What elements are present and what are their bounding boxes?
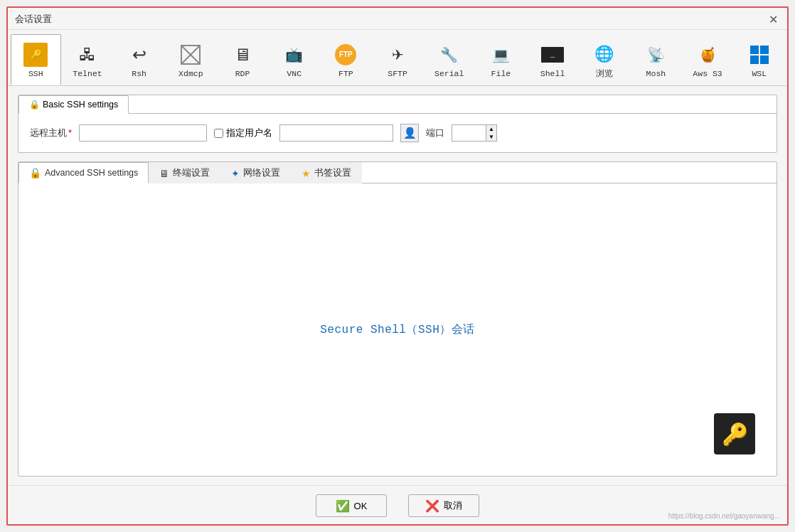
username-checkbox-label[interactable]: 指定用户名	[214, 127, 272, 139]
port-label: 端口	[426, 127, 444, 139]
protocol-tab-awss3[interactable]: 🍯 Aws S3	[683, 34, 733, 85]
protocol-tab-wsl[interactable]: WSL	[734, 34, 784, 85]
browse-icon: 🌐	[592, 41, 617, 67]
key-icon-box: 🔑	[714, 413, 755, 454]
svg-rect-4	[760, 46, 769, 54]
sftp-icon: ✈	[385, 42, 410, 68]
network-tab[interactable]: ✦ 网络设置	[220, 162, 291, 183]
ssh-description: Secure Shell（SSH）会话	[320, 322, 475, 337]
xdmcp-icon	[178, 42, 203, 68]
protocol-tab-ftp[interactable]: FTP FTP	[321, 34, 371, 85]
protocol-tab-file[interactable]: 💻 File	[476, 34, 526, 85]
basic-settings-body: 远程主机* 指定用户名 👤 端口 22 ▲ ▼	[18, 113, 777, 152]
key-icon: 🔑	[722, 422, 748, 447]
basic-form-row: 远程主机* 指定用户名 👤 端口 22 ▲ ▼	[30, 124, 765, 142]
protocol-tab-browse[interactable]: 🌐 浏览	[579, 34, 629, 85]
title-bar: 会话设置 ✕	[8, 8, 787, 30]
terminal-tab[interactable]: 🖥 终端设置	[149, 162, 220, 183]
main-content: 🔒 Basic SSH settings 远程主机* 指定用户名 👤	[8, 86, 787, 485]
telnet-icon: 🖧	[75, 42, 100, 68]
advanced-tab-row: 🔒 Advanced SSH settings 🖥 终端设置 ✦ 网络设置 ★ …	[18, 162, 777, 183]
protocol-label-browse: 浏览	[596, 68, 613, 79]
protocol-label-serial: Serial	[434, 69, 464, 78]
cancel-icon: ❌	[425, 499, 439, 513]
protocol-label-mosh: Mosh	[646, 69, 666, 78]
ok-button[interactable]: ✅ OK	[316, 494, 387, 517]
user-icon-button[interactable]: 👤	[400, 124, 419, 142]
protocol-label-awss3: Aws S3	[693, 69, 722, 78]
shell-icon: _	[540, 42, 565, 68]
network-icon: ✦	[231, 168, 240, 179]
ok-label: OK	[354, 501, 368, 511]
protocol-bar: 🔑 SSH 🖧 Telnet ↩ Rsh Xdmcp	[8, 30, 787, 86]
svg-rect-3	[750, 46, 759, 54]
protocol-label-rsh: Rsh	[132, 69, 146, 78]
advanced-ssh-icon: 🔒	[29, 167, 41, 179]
protocol-label-xdmcp: Xdmcp	[178, 69, 203, 78]
protocol-label-ssh: SSH	[28, 69, 43, 78]
port-input[interactable]: 22	[452, 124, 486, 142]
port-input-wrap: 22 ▲ ▼	[452, 124, 497, 142]
required-star: *	[68, 127, 72, 138]
protocol-label-shell: Shell	[540, 69, 565, 78]
close-button[interactable]: ✕	[766, 12, 780, 26]
protocol-tab-serial[interactable]: 🔧 Serial	[424, 34, 474, 85]
mosh-icon: 📡	[643, 42, 668, 68]
advanced-content: Secure Shell（SSH）会话 🔑	[18, 183, 777, 476]
awss3-icon: 🍯	[695, 42, 720, 68]
port-spin-down[interactable]: ▼	[486, 133, 496, 141]
advanced-ssh-tab[interactable]: 🔒 Advanced SSH settings	[18, 162, 149, 183]
cancel-button[interactable]: ❌ 取消	[408, 494, 479, 517]
protocol-tab-shell[interactable]: _ Shell	[528, 34, 578, 85]
username-input[interactable]	[279, 124, 393, 142]
rdp-icon: 🖥	[230, 42, 255, 68]
bookmark-icon: ★	[302, 168, 311, 179]
watermark: https://blog.csdn.net/gaoyanwang...	[668, 512, 780, 520]
wsl-icon	[747, 42, 772, 68]
basic-tab-row: 🔒 Basic SSH settings	[18, 95, 777, 113]
protocol-label-telnet: Telnet	[73, 69, 102, 78]
serial-icon: 🔧	[437, 42, 462, 68]
protocol-label-wsl: WSL	[752, 69, 767, 78]
advanced-panel: 🔒 Advanced SSH settings 🖥 终端设置 ✦ 网络设置 ★ …	[18, 161, 777, 477]
dialog-window: 会话设置 ✕ 🔑 SSH 🖧 Telnet ↩ Rsh	[6, 6, 789, 526]
protocol-tab-rdp[interactable]: 🖥 RDP	[218, 34, 268, 85]
terminal-icon: 🖥	[159, 168, 169, 179]
protocol-label-rdp: RDP	[235, 69, 250, 78]
svg-rect-6	[760, 55, 769, 64]
username-checkbox[interactable]	[214, 129, 223, 138]
ssh-icon: 🔑	[23, 42, 48, 68]
port-spin-up[interactable]: ▲	[486, 125, 496, 133]
cancel-label: 取消	[444, 499, 462, 512]
protocol-label-file: File	[491, 69, 511, 78]
rsh-icon: ↩	[127, 42, 152, 68]
port-spinner: ▲ ▼	[486, 124, 497, 142]
host-input[interactable]	[79, 124, 207, 142]
protocol-tab-xdmcp[interactable]: Xdmcp	[166, 34, 216, 85]
svg-rect-5	[750, 55, 759, 64]
file-icon: 💻	[488, 42, 513, 68]
ftp-icon: FTP	[333, 42, 358, 68]
protocol-label-ftp: FTP	[338, 69, 353, 78]
basic-settings-tab[interactable]: 🔒 Basic SSH settings	[18, 95, 129, 114]
protocol-label-sftp: SFTP	[388, 69, 407, 78]
protocol-tab-mosh[interactable]: 📡 Mosh	[631, 34, 681, 85]
protocol-tab-vnc[interactable]: 📺 VNC	[269, 34, 319, 85]
basic-settings-panel: 🔒 Basic SSH settings 远程主机* 指定用户名 👤	[18, 95, 777, 153]
vnc-icon: 📺	[282, 42, 307, 68]
protocol-tab-ssh[interactable]: 🔑 SSH	[11, 34, 61, 85]
basic-tab-label: Basic SSH settings	[43, 100, 118, 110]
basic-tab-icon: 🔒	[29, 100, 40, 110]
bookmark-tab[interactable]: ★ 书签设置	[291, 162, 362, 183]
protocol-tab-sftp[interactable]: ✈ SFTP	[373, 34, 423, 85]
protocol-label-vnc: VNC	[287, 69, 302, 78]
ok-icon: ✅	[336, 499, 350, 513]
protocol-tab-telnet[interactable]: 🖧 Telnet	[63, 34, 113, 85]
protocol-tab-rsh[interactable]: ↩ Rsh	[114, 34, 164, 85]
window-title: 会话设置	[15, 13, 52, 26]
host-label: 远程主机*	[30, 127, 72, 139]
